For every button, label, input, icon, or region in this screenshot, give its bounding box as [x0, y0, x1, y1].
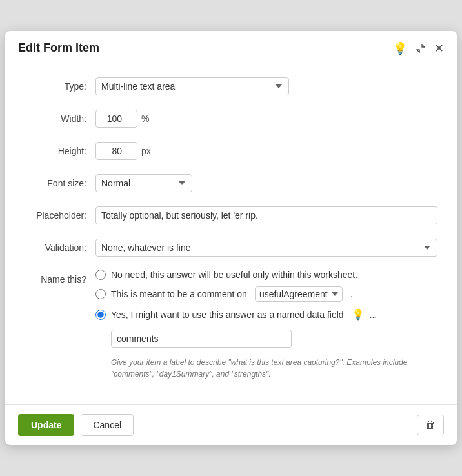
- type-control: Multi-line text areaSingle-line textDrop…: [95, 77, 437, 95]
- width-input[interactable]: [95, 110, 137, 128]
- type-row: Type: Multi-line text areaSingle-line te…: [25, 76, 437, 97]
- radio-row-comment: This is meant to be a comment on usefulA…: [95, 286, 437, 302]
- name-this-label: Name this?: [25, 270, 95, 286]
- height-unit: px: [141, 146, 151, 156]
- name-this-section: No need, this answer will be useful only…: [95, 270, 437, 380]
- height-row: Height: px: [25, 141, 437, 161]
- validation-control: None, whatever is fineRequiredEmailNumbe…: [95, 239, 437, 257]
- radio-named-field-label: Yes, I might want to use this answer as …: [111, 310, 344, 320]
- modal-title: Edit Form Item: [18, 41, 99, 55]
- named-field-bulb-icon: 💡: [352, 308, 365, 321]
- validation-label: Validation:: [25, 237, 95, 258]
- update-button[interactable]: Update: [18, 414, 74, 436]
- header-icons: 💡 ✕: [393, 43, 444, 54]
- width-control: %: [95, 110, 437, 128]
- edit-form-item-modal: Edit Form Item 💡 ✕ Type: Multi-line text…: [5, 31, 457, 445]
- name-this-row: Name this? No need, this answer will be …: [25, 270, 437, 380]
- radio-comment-on[interactable]: [95, 289, 106, 299]
- height-label: Height:: [25, 141, 95, 161]
- comment-on-select[interactable]: usefulAgreement: [255, 286, 343, 302]
- footer-left-buttons: Update Cancel: [18, 414, 134, 436]
- font-size-control: SmallNormalLarge: [95, 174, 437, 192]
- lightbulb-icon[interactable]: 💡: [393, 43, 407, 54]
- close-icon[interactable]: ✕: [434, 43, 444, 54]
- height-input[interactable]: [95, 142, 137, 160]
- placeholder-label: Placeholder:: [25, 205, 95, 226]
- radio-named-field[interactable]: [95, 310, 106, 320]
- type-select[interactable]: Multi-line text areaSingle-line textDrop…: [95, 77, 289, 95]
- modal-body: Type: Multi-line text areaSingle-line te…: [5, 63, 457, 404]
- validation-row: Validation: None, whatever is fineRequir…: [25, 237, 437, 258]
- radio-row-no-name: No need, this answer will be useful only…: [95, 270, 437, 280]
- font-size-select[interactable]: SmallNormalLarge: [95, 174, 192, 192]
- validation-select[interactable]: None, whatever is fineRequiredEmailNumbe…: [95, 239, 437, 257]
- font-size-label: Font size:: [25, 173, 95, 193]
- type-label: Type:: [25, 76, 95, 97]
- placeholder-control: [95, 206, 437, 224]
- width-label: Width:: [25, 108, 95, 129]
- named-field-input[interactable]: [111, 330, 292, 348]
- placeholder-input[interactable]: [95, 206, 437, 224]
- trash-icon: 🗑: [425, 419, 436, 430]
- width-unit: %: [141, 114, 149, 124]
- modal-footer: Update Cancel 🗑: [5, 404, 457, 445]
- period-after-select: .: [350, 289, 353, 299]
- radio-comment-on-label: This is meant to be a comment on: [111, 289, 247, 299]
- radio-no-name-label: No need, this answer will be useful only…: [111, 270, 357, 280]
- height-control: px: [95, 142, 437, 160]
- field-hint: Give your item a label to describe "what…: [111, 357, 408, 380]
- width-row: Width: %: [25, 108, 437, 129]
- placeholder-row: Placeholder:: [25, 205, 437, 226]
- ellipsis: ...: [370, 310, 377, 320]
- modal-header: Edit Form Item 💡 ✕: [5, 31, 457, 63]
- radio-no-name[interactable]: [95, 270, 106, 280]
- expand-icon[interactable]: [415, 43, 427, 54]
- name-this-control: No need, this answer will be useful only…: [95, 270, 437, 380]
- cancel-button[interactable]: Cancel: [81, 414, 134, 436]
- font-size-row: Font size: SmallNormalLarge: [25, 173, 437, 193]
- radio-row-named-field: Yes, I might want to use this answer as …: [95, 308, 437, 321]
- delete-button[interactable]: 🗑: [417, 415, 444, 435]
